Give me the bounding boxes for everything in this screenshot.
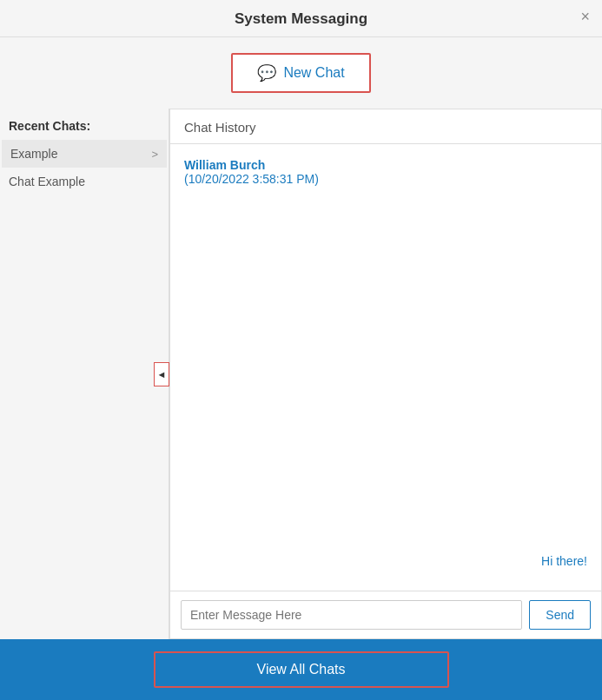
message-bubble-right: Hi there! [541, 554, 587, 577]
send-button[interactable]: Send [529, 600, 591, 630]
chat-messages: William Burch (10/20/2022 3:58:31 PM) Hi… [170, 144, 601, 591]
content-area: Recent Chats: Example > Chat Example ◄ C… [0, 109, 602, 639]
new-chat-area: 💬 New Chat [0, 37, 602, 109]
message-sender: William Burch [184, 158, 587, 172]
modal-header: System Messaging × [0, 0, 602, 37]
sidebar-item-arrow: > [151, 148, 158, 161]
new-chat-button[interactable]: 💬 New Chat [231, 53, 370, 93]
sidebar-title: Recent Chats: [0, 109, 169, 140]
message-header: William Burch (10/20/2022 3:58:31 PM) [184, 158, 587, 186]
new-chat-label: New Chat [283, 65, 344, 81]
chat-input-area: Send [170, 591, 601, 638]
footer: View All Chats [0, 639, 602, 700]
close-button[interactable]: × [580, 9, 590, 24]
modal-title: System Messaging [235, 10, 367, 27]
sidebar-item-label: Example [10, 147, 57, 161]
sidebar-link-chat-example[interactable]: Chat Example [0, 168, 169, 195]
sidebar: Recent Chats: Example > Chat Example ◄ [0, 109, 169, 639]
message-input[interactable] [181, 600, 522, 630]
chat-icon: 💬 [257, 63, 276, 83]
chat-panel: Chat History William Burch (10/20/2022 3… [169, 109, 602, 639]
collapse-handle[interactable]: ◄ [154, 362, 169, 386]
message-timestamp: (10/20/2022 3:58:31 PM) [184, 172, 587, 186]
view-all-chats-button[interactable]: View All Chats [154, 651, 449, 688]
sidebar-item[interactable]: Example > [2, 140, 167, 168]
modal-container: System Messaging × 💬 New Chat Recent Cha… [0, 0, 602, 700]
collapse-arrow: ◄ [157, 369, 167, 380]
chat-history-header: Chat History [170, 109, 601, 144]
